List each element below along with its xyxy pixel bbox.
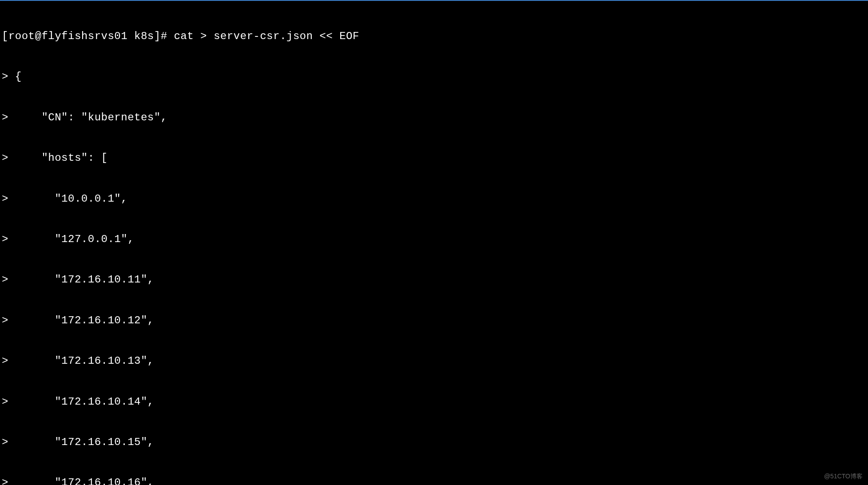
terminal-line: > "172.16.10.13",	[2, 354, 866, 368]
terminal-line: > "CN": "kubernetes",	[2, 111, 866, 124]
terminal-line: > "hosts": [	[2, 151, 866, 165]
terminal-line: > "172.16.10.16",	[2, 476, 866, 485]
prompt-line: [root@flyfishsrvs01 k8s]# cat > server-c…	[2, 30, 866, 43]
watermark-text: @51CTO博客	[824, 473, 863, 481]
terminal-output[interactable]: [root@flyfishsrvs01 k8s]# cat > server-c…	[2, 3, 866, 485]
terminal-line: > "172.16.10.14",	[2, 395, 866, 409]
terminal-line: > "172.16.10.11",	[2, 273, 866, 286]
terminal-line: > {	[2, 70, 866, 83]
terminal-line: > "10.0.0.1",	[2, 192, 866, 206]
terminal-line: > "172.16.10.12",	[2, 314, 866, 327]
terminal-line: > "172.16.10.15",	[2, 436, 866, 449]
terminal-line: > "127.0.0.1",	[2, 233, 866, 246]
